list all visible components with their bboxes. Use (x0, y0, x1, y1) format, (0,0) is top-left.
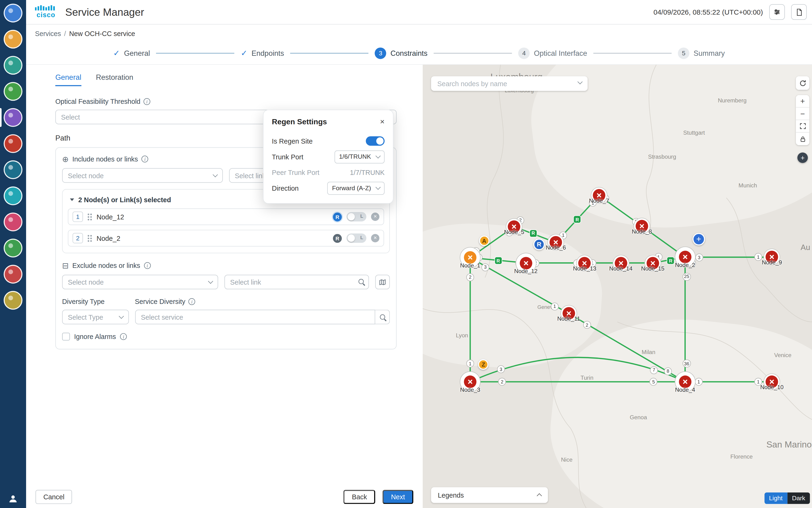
lock-view-button[interactable] (796, 132, 809, 145)
step-optical-interface[interactable]: 4 Optical Interface (518, 48, 587, 59)
map-node-Node_2[interactable]: Node_2 (679, 251, 691, 263)
sidebar-app-10[interactable] (0, 235, 26, 261)
sidebar-app-5[interactable] (0, 104, 26, 131)
link-toggle[interactable]: L (346, 212, 366, 221)
regen-badge-button[interactable] (333, 234, 342, 243)
tab-general[interactable]: General (55, 73, 81, 86)
link-toggle[interactable]: L (346, 234, 366, 243)
diversity-type-label: Diversity Type (62, 298, 105, 305)
exclude-select-link-input[interactable] (225, 275, 369, 289)
sidebar-app-12[interactable] (0, 287, 26, 313)
service-search-button[interactable] (375, 310, 390, 324)
map-node-Node_6[interactable]: Node_6 (550, 236, 562, 249)
document-icon (795, 8, 803, 16)
endpoint-marker-Z[interactable]: Z (478, 359, 488, 370)
info-icon[interactable] (120, 333, 127, 340)
map-node-Node_11[interactable]: Node_11 (563, 307, 575, 320)
include-select-node[interactable]: Select node (62, 168, 223, 183)
remove-node-button[interactable] (371, 234, 379, 242)
map-node-Node_15[interactable]: Node_15 (647, 257, 659, 269)
map-node-Node_14[interactable]: Node_14 (615, 257, 627, 269)
sidebar-app-9[interactable] (0, 209, 26, 235)
sidebar-app-icon-11 (4, 265, 22, 284)
info-icon[interactable] (144, 262, 151, 269)
direction-select[interactable]: Forward (A-Z) (327, 181, 385, 195)
map-refresh-button[interactable] (796, 76, 809, 90)
sidebar-app-11[interactable] (0, 261, 26, 287)
drag-handle-icon[interactable] (88, 235, 92, 242)
map-node-Node_13[interactable]: Node_13 (578, 257, 591, 269)
preferences-button[interactable] (769, 4, 785, 20)
sidebar-app-4[interactable] (0, 78, 26, 104)
selected-node-name: Node_12 (96, 213, 124, 221)
step-summary[interactable]: 5 Summary (678, 48, 725, 59)
sidebar-app-1[interactable] (0, 0, 26, 26)
pick-on-map-button[interactable] (375, 275, 390, 289)
fit-view-button[interactable] (796, 120, 809, 132)
map-port-label: 3 (497, 365, 505, 373)
back-button[interactable]: Back (344, 490, 375, 504)
map-theme-toggle: Light Dark (764, 493, 810, 504)
sidebar-app-6[interactable] (0, 131, 26, 157)
map-node-label: Node_14 (609, 265, 632, 271)
ignore-alarms-checkbox[interactable] (62, 333, 70, 340)
cancel-button[interactable]: Cancel (36, 490, 72, 504)
info-icon[interactable] (188, 298, 195, 305)
next-button[interactable]: Next (383, 490, 413, 504)
map-node-Node_1[interactable]: Node_1 (464, 251, 476, 264)
endpoint-marker-A[interactable]: A (479, 236, 489, 246)
map-node-Node_4[interactable]: Node_4 (679, 376, 691, 388)
map-node-label: Node_9 (762, 259, 782, 265)
map-add-button[interactable] (798, 153, 808, 163)
map-node-Node_7[interactable]: Node_7 (593, 189, 605, 202)
include-icon (62, 155, 69, 163)
map-port-label: 3 (695, 254, 703, 261)
service-diversity-label: Service Diversity (135, 298, 195, 305)
sidebar-app-icon-6 (4, 134, 22, 153)
info-icon[interactable] (142, 156, 148, 162)
map-search (431, 76, 587, 91)
document-button[interactable] (791, 4, 807, 20)
map-node-Node_10[interactable]: Node_10 (766, 376, 778, 388)
map-node-Node_8[interactable]: Node_8 (635, 220, 648, 232)
map-node-Node_12[interactable]: Node_12 (520, 257, 532, 269)
close-icon[interactable] (380, 117, 385, 126)
refresh-icon (799, 79, 806, 87)
step-endpoints[interactable]: Endpoints (241, 48, 284, 58)
info-icon[interactable] (143, 98, 150, 105)
map-icon (379, 278, 386, 286)
map-node-Node_5[interactable]: Node_5 (508, 220, 520, 233)
drag-handle-icon[interactable] (88, 213, 92, 220)
app-sidebar (0, 0, 26, 508)
regen-marker[interactable]: R (533, 239, 545, 250)
theme-light-button[interactable]: Light (764, 493, 787, 504)
is-regen-site-toggle[interactable] (366, 136, 385, 146)
zoom-out-button[interactable] (796, 108, 809, 120)
add-node-marker[interactable]: + (692, 233, 705, 245)
service-diversity-input[interactable] (135, 310, 375, 324)
sidebar-app-2[interactable] (0, 26, 26, 52)
step-general[interactable]: General (113, 48, 150, 58)
map-search-input[interactable] (431, 76, 587, 91)
sidebar-app-3[interactable] (0, 52, 26, 78)
map-node-Node_3[interactable]: Node_3 (464, 376, 476, 388)
regen-badge-button[interactable] (333, 212, 342, 221)
map-node-Node_9[interactable]: Node_9 (766, 251, 778, 263)
step-connector (290, 53, 369, 54)
sidebar-app-7[interactable] (0, 157, 26, 183)
sidebar-app-8[interactable] (0, 183, 26, 209)
breadcrumb-services[interactable]: Services (35, 30, 61, 37)
chevron-up-icon (537, 493, 542, 498)
form-footer: Cancel Back Next (26, 485, 423, 508)
diversity-type-select[interactable]: Select Type (62, 310, 129, 324)
trunk-port-select[interactable]: 1/6/TRUNK (334, 150, 385, 163)
user-profile-button[interactable] (0, 494, 26, 504)
theme-dark-button[interactable]: Dark (787, 493, 810, 504)
remove-node-button[interactable] (371, 213, 379, 221)
tab-restoration[interactable]: Restoration (96, 73, 133, 86)
legends-bar[interactable]: Legends (431, 487, 548, 503)
step-constraints[interactable]: 3 Constraints (375, 48, 428, 59)
map-node-label: Node_1 (460, 262, 480, 268)
exclude-select-node[interactable]: Select node (62, 275, 218, 289)
zoom-in-button[interactable] (796, 95, 809, 108)
